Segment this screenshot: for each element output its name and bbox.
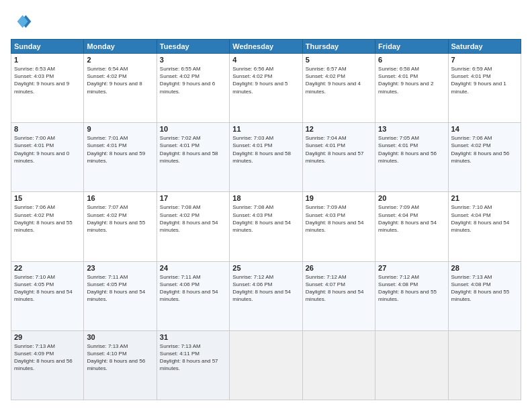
day-number: 25 <box>232 264 299 272</box>
calendar-cell: 26Sunrise: 7:12 AMSunset: 4:07 PMDayligh… <box>302 261 375 330</box>
calendar-cell <box>302 330 375 400</box>
cell-content: Sunrise: 7:12 AMSunset: 4:07 PMDaylight:… <box>306 273 372 304</box>
day-header-thursday: Thursday <box>302 40 375 54</box>
day-number: 10 <box>160 125 226 133</box>
calendar-cell <box>230 330 302 400</box>
cell-content: Sunrise: 7:12 AMSunset: 4:06 PMDaylight:… <box>232 273 299 304</box>
calendar-cell: 31Sunrise: 7:13 AMSunset: 4:11 PMDayligh… <box>157 330 229 400</box>
day-number: 3 <box>160 56 226 64</box>
cell-content: Sunrise: 7:09 AMSunset: 4:04 PMDaylight:… <box>378 203 445 234</box>
day-number: 14 <box>451 125 518 133</box>
calendar-cell: 27Sunrise: 7:12 AMSunset: 4:08 PMDayligh… <box>375 261 448 330</box>
day-number: 18 <box>232 194 299 202</box>
calendar-cell: 21Sunrise: 7:10 AMSunset: 4:04 PMDayligh… <box>448 192 521 261</box>
day-header-saturday: Saturday <box>448 40 521 54</box>
cell-content: Sunrise: 7:07 AMSunset: 4:02 PMDaylight:… <box>87 203 153 234</box>
day-number: 4 <box>232 56 299 64</box>
calendar-cell: 20Sunrise: 7:09 AMSunset: 4:04 PMDayligh… <box>375 192 448 261</box>
calendar-cell: 19Sunrise: 7:09 AMSunset: 4:03 PMDayligh… <box>302 192 375 261</box>
calendar-cell <box>375 330 448 400</box>
day-number: 23 <box>87 264 153 272</box>
week-row-4: 22Sunrise: 7:10 AMSunset: 4:05 PMDayligh… <box>11 261 521 330</box>
cell-content: Sunrise: 7:08 AMSunset: 4:03 PMDaylight:… <box>232 203 299 234</box>
calendar-cell: 12Sunrise: 7:04 AMSunset: 4:01 PMDayligh… <box>302 123 375 192</box>
calendar-cell: 6Sunrise: 6:58 AMSunset: 4:01 PMDaylight… <box>375 54 448 123</box>
cell-content: Sunrise: 7:13 AMSunset: 4:10 PMDaylight:… <box>87 342 153 373</box>
cell-content: Sunrise: 7:03 AMSunset: 4:01 PMDaylight:… <box>232 134 299 165</box>
calendar-cell: 3Sunrise: 6:55 AMSunset: 4:02 PMDaylight… <box>157 54 229 123</box>
day-number: 28 <box>451 264 518 272</box>
cell-content: Sunrise: 6:54 AMSunset: 4:02 PMDaylight:… <box>87 65 153 95</box>
calendar-cell: 14Sunrise: 7:06 AMSunset: 4:02 PMDayligh… <box>448 123 521 192</box>
day-header-wednesday: Wednesday <box>230 40 302 54</box>
day-number: 11 <box>232 125 299 133</box>
cell-content: Sunrise: 7:02 AMSunset: 4:01 PMDaylight:… <box>160 134 226 165</box>
day-number: 2 <box>87 56 153 64</box>
cell-content: Sunrise: 7:05 AMSunset: 4:01 PMDaylight:… <box>378 134 445 165</box>
day-number: 20 <box>378 194 445 202</box>
cell-content: Sunrise: 6:56 AMSunset: 4:02 PMDaylight:… <box>232 65 299 95</box>
calendar-cell: 1Sunrise: 6:53 AMSunset: 4:03 PMDaylight… <box>11 54 84 123</box>
day-number: 5 <box>306 56 372 64</box>
week-row-5: 29Sunrise: 7:13 AMSunset: 4:09 PMDayligh… <box>11 330 521 400</box>
logo-icon <box>11 11 32 32</box>
calendar-cell: 8Sunrise: 7:00 AMSunset: 4:01 PMDaylight… <box>11 123 84 192</box>
cell-content: Sunrise: 7:01 AMSunset: 4:01 PMDaylight:… <box>87 134 153 165</box>
calendar-table: SundayMondayTuesdayWednesdayThursdayFrid… <box>11 39 521 400</box>
cell-content: Sunrise: 7:13 AMSunset: 4:09 PMDaylight:… <box>14 342 81 373</box>
day-number: 6 <box>378 56 445 64</box>
header <box>11 11 521 32</box>
cell-content: Sunrise: 7:12 AMSunset: 4:08 PMDaylight:… <box>378 273 445 304</box>
day-number: 30 <box>87 333 153 341</box>
day-number: 17 <box>160 194 226 202</box>
cell-content: Sunrise: 6:55 AMSunset: 4:02 PMDaylight:… <box>160 65 226 95</box>
calendar-cell <box>448 330 521 400</box>
cell-content: Sunrise: 7:13 AMSunset: 4:11 PMDaylight:… <box>160 342 226 373</box>
calendar-cell: 28Sunrise: 7:13 AMSunset: 4:08 PMDayligh… <box>448 261 521 330</box>
day-number: 7 <box>451 56 518 64</box>
week-row-2: 8Sunrise: 7:00 AMSunset: 4:01 PMDaylight… <box>11 123 521 192</box>
week-row-3: 15Sunrise: 7:06 AMSunset: 4:02 PMDayligh… <box>11 192 521 261</box>
day-number: 26 <box>306 264 372 272</box>
calendar-cell: 11Sunrise: 7:03 AMSunset: 4:01 PMDayligh… <box>230 123 302 192</box>
cell-content: Sunrise: 7:06 AMSunset: 4:02 PMDaylight:… <box>451 134 518 165</box>
calendar-cell: 7Sunrise: 6:59 AMSunset: 4:01 PMDaylight… <box>448 54 521 123</box>
day-number: 27 <box>378 264 445 272</box>
day-number: 9 <box>87 125 153 133</box>
day-number: 19 <box>306 194 372 202</box>
day-header-friday: Friday <box>375 40 448 54</box>
cell-content: Sunrise: 6:57 AMSunset: 4:02 PMDaylight:… <box>306 65 372 95</box>
day-number: 16 <box>87 194 153 202</box>
cell-content: Sunrise: 7:00 AMSunset: 4:01 PMDaylight:… <box>14 134 81 165</box>
day-number: 24 <box>160 264 226 272</box>
cell-content: Sunrise: 7:13 AMSunset: 4:08 PMDaylight:… <box>451 273 518 304</box>
logo <box>11 11 35 32</box>
calendar-cell: 25Sunrise: 7:12 AMSunset: 4:06 PMDayligh… <box>230 261 302 330</box>
calendar-cell: 2Sunrise: 6:54 AMSunset: 4:02 PMDaylight… <box>84 54 157 123</box>
calendar-cell: 24Sunrise: 7:11 AMSunset: 4:06 PMDayligh… <box>157 261 229 330</box>
calendar-cell: 23Sunrise: 7:11 AMSunset: 4:05 PMDayligh… <box>84 261 157 330</box>
day-header-tuesday: Tuesday <box>157 40 229 54</box>
day-header-monday: Monday <box>84 40 157 54</box>
day-number: 22 <box>14 264 81 272</box>
calendar-cell: 17Sunrise: 7:08 AMSunset: 4:02 PMDayligh… <box>157 192 229 261</box>
calendar-cell: 18Sunrise: 7:08 AMSunset: 4:03 PMDayligh… <box>230 192 302 261</box>
calendar-cell: 5Sunrise: 6:57 AMSunset: 4:02 PMDaylight… <box>302 54 375 123</box>
calendar-cell: 16Sunrise: 7:07 AMSunset: 4:02 PMDayligh… <box>84 192 157 261</box>
calendar-cell: 15Sunrise: 7:06 AMSunset: 4:02 PMDayligh… <box>11 192 84 261</box>
day-number: 8 <box>14 125 81 133</box>
week-row-1: 1Sunrise: 6:53 AMSunset: 4:03 PMDaylight… <box>11 54 521 123</box>
cell-content: Sunrise: 7:11 AMSunset: 4:06 PMDaylight:… <box>160 273 226 304</box>
cell-content: Sunrise: 7:08 AMSunset: 4:02 PMDaylight:… <box>160 203 226 234</box>
day-number: 31 <box>160 333 226 341</box>
cell-content: Sunrise: 6:58 AMSunset: 4:01 PMDaylight:… <box>378 65 445 95</box>
cell-content: Sunrise: 6:53 AMSunset: 4:03 PMDaylight:… <box>14 65 81 95</box>
calendar-cell: 13Sunrise: 7:05 AMSunset: 4:01 PMDayligh… <box>375 123 448 192</box>
cell-content: Sunrise: 6:59 AMSunset: 4:01 PMDaylight:… <box>451 65 518 95</box>
cell-content: Sunrise: 7:04 AMSunset: 4:01 PMDaylight:… <box>306 134 372 165</box>
cell-content: Sunrise: 7:11 AMSunset: 4:05 PMDaylight:… <box>87 273 153 304</box>
calendar-cell: 22Sunrise: 7:10 AMSunset: 4:05 PMDayligh… <box>11 261 84 330</box>
cell-content: Sunrise: 7:10 AMSunset: 4:05 PMDaylight:… <box>14 273 81 304</box>
cell-content: Sunrise: 7:09 AMSunset: 4:03 PMDaylight:… <box>306 203 372 234</box>
day-number: 1 <box>14 56 81 64</box>
